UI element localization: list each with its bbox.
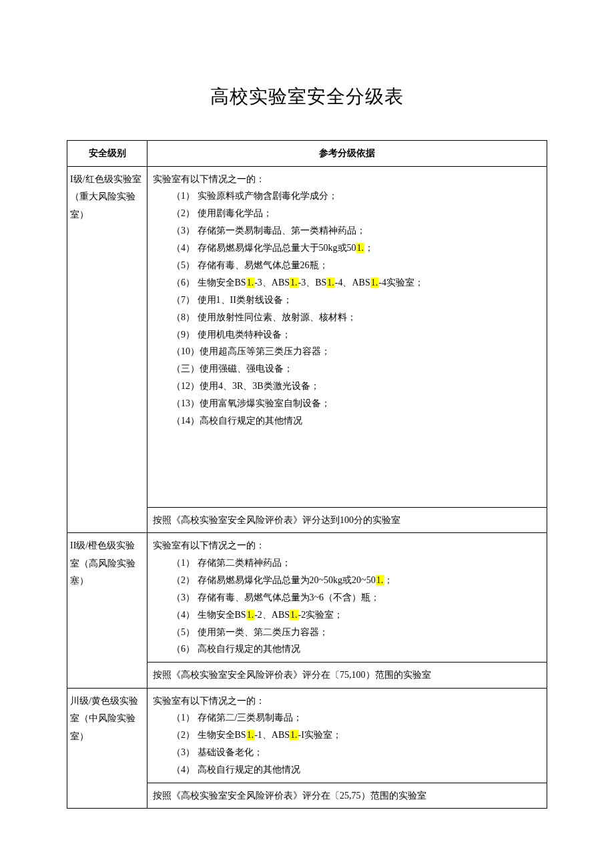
table-body: I级/红色级实验室（重大风险实验室）实验室有以下情况之一的：（1） 实验原料或产…: [67, 166, 547, 809]
criteria-cell: 实验室有以下情况之一的：（1） 实验原料或产物含剧毒化学成分；（2） 使用剧毒化…: [147, 166, 547, 507]
spacer: [153, 430, 541, 503]
highlight-text: 1.: [290, 278, 298, 288]
criteria-item: （2） 存储易燃易爆化学品总量为20~50kg或20~501.；: [153, 572, 541, 589]
highlight-text: 1.: [246, 278, 255, 288]
criteria-item: （2） 生物安全BS1.-1、ABS1.-I实验室；: [153, 727, 541, 744]
page-title: 高校实验室安全分级表: [67, 80, 547, 113]
criteria-item: （6） 高校自行规定的其他情况: [153, 640, 541, 658]
criteria-item: （1） 存储第二/三类易制毒品；: [153, 709, 541, 727]
criteria-intro: 实验室有以下情况之一的：: [153, 171, 541, 188]
score-cell: 按照《高校实验室安全风险评价表》评分在〔75,100）范围的实验室: [147, 663, 547, 688]
level-name-cell: II级/橙色级实验室（高风险实验塞）: [67, 533, 147, 688]
criteria-item: （13）使用富氧涉爆实验室自制设备；: [153, 395, 541, 412]
highlight-text: 1.: [246, 730, 255, 740]
criteria-item: （1） 存储第二类精神药品；: [153, 554, 541, 572]
highlight-text: 1.: [290, 610, 298, 620]
criteria-intro: 实验室有以下情况之一的：: [153, 537, 541, 554]
criteria-item: （4） 存储易燃易爆化学品总量大于50kg或501.；: [153, 240, 541, 257]
score-cell: 按照《高校实验室安全风险评价表》评分在〔25,75）范围的实验室: [147, 783, 547, 809]
level-name-cell: 川级/黄色级实验室（中风险实验室）: [67, 688, 147, 809]
criteria-item: （3） 存储第一类易制毒品、第一类精神药品；: [153, 222, 541, 240]
criteria-item: （9） 使用机电类特种设备；: [153, 326, 541, 344]
level-name-cell: I级/红色级实验室（重大风险实验室）: [67, 166, 147, 533]
highlight-text: 1.: [356, 243, 365, 253]
criteria-item: （5） 存储有毒、易燃气体总量26瓶；: [153, 257, 541, 274]
criteria-item: （4） 高校自行规定的其他情况: [153, 761, 541, 779]
criteria-item: （1） 实验原料或产物含剧毒化学成分；: [153, 187, 541, 205]
highlight-text: 1.: [370, 278, 379, 288]
criteria-cell: 实验室有以下情况之一的：（1） 存储第二/三类易制毒品；（2） 生物安全BS1.…: [147, 688, 547, 783]
criteria-item: （12）使用4、3R、3B类激光设备；: [153, 378, 541, 395]
criteria-item: （2） 使用剧毒化学品；: [153, 205, 541, 222]
score-cell: 按照《高校实验室安全风险评价表》评分达到100分的实验室: [147, 507, 547, 532]
header-criteria: 参考分级依据: [147, 141, 547, 166]
criteria-item: （8） 使用放射性同位素、放射源、核材料；: [153, 309, 541, 326]
criteria-item: （7） 使用1、II类射线设备；: [153, 292, 541, 309]
criteria-item: （3） 存储有毒、易燃气体总量为3~6（不含）瓶；: [153, 589, 541, 606]
grading-table: 安全级别 参考分级依据 I级/红色级实验室（重大风险实验室）实验室有以下情况之一…: [67, 140, 547, 809]
highlight-text: 1.: [376, 575, 384, 585]
criteria-cell: 实验室有以下情况之一的：（1） 存储第二类精神药品；（2） 存储易燃易爆化学品总…: [147, 533, 547, 663]
criteria-item: （6） 生物安全BS1.-3、ABS1.-3、BS1.-4、ABS1.-4实验室…: [153, 274, 541, 292]
criteria-item: （10）使用超高压等第三类压力容器；: [153, 343, 541, 360]
header-level: 安全级别: [67, 141, 147, 166]
highlight-text: 1.: [246, 610, 255, 620]
criteria-item: （14）高校自行规定的其他情况: [153, 412, 541, 430]
criteria-intro: 实验室有以下情况之一的：: [153, 693, 541, 710]
highlight-text: 1.: [290, 730, 298, 740]
criteria-item: （三）使用强磁、强电设备；: [153, 360, 541, 378]
criteria-item: （3） 基础设备老化；: [153, 744, 541, 761]
criteria-item: （5） 使用第一类、第二类压力容器；: [153, 624, 541, 641]
highlight-text: 1.: [326, 278, 335, 288]
criteria-item: （4） 生物安全BS1.-2、ABS1.-2实验室；: [153, 606, 541, 624]
